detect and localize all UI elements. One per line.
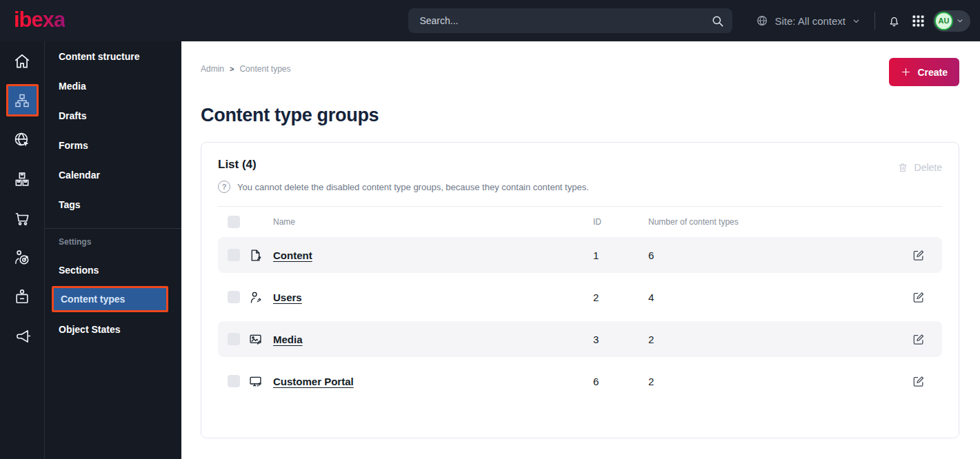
group-link[interactable]: Content	[273, 249, 312, 261]
sidebar-item-label: Calendar	[59, 170, 100, 181]
table-row: Users 2 4	[218, 279, 942, 315]
site-context-selector[interactable]: Site: All context	[756, 14, 861, 27]
group-count: 4	[648, 292, 905, 303]
sidebar-menu: Content structure Media Drafts Forms Cal…	[45, 41, 181, 459]
rail-item-site[interactable]	[0, 120, 45, 159]
table-row: Media 3 2	[218, 321, 942, 357]
search-input[interactable]	[419, 15, 711, 26]
group-count: 6	[648, 249, 905, 261]
create-button[interactable]: Create	[889, 58, 959, 86]
search-icon[interactable]	[711, 14, 724, 28]
icon-rail	[0, 41, 45, 459]
group-id: 1	[593, 249, 641, 261]
sidebar-item-label: Tags	[59, 199, 81, 210]
table-row: Customer Portal 6 2	[218, 363, 942, 399]
row-checkbox[interactable]	[228, 375, 240, 387]
rail-item-products[interactable]	[0, 159, 45, 198]
chevron-down-icon	[956, 17, 964, 25]
breadcrumb-admin[interactable]: Admin	[201, 64, 224, 74]
row-checkbox[interactable]	[228, 291, 240, 303]
rail-item-corporate[interactable]	[0, 277, 45, 316]
sidebar-item-label: Sections	[59, 265, 99, 276]
info-text: You cannot delete the disabled content t…	[237, 182, 589, 192]
content-structure-icon	[14, 92, 30, 109]
column-header-count: Number of content types	[648, 217, 905, 227]
trash-icon	[897, 162, 908, 173]
question-circle-icon: ?	[218, 181, 230, 193]
rail-item-commerce[interactable]	[0, 198, 45, 238]
sidebar-item-drafts[interactable]: Drafts	[45, 101, 181, 130]
edit-icon[interactable]	[912, 332, 932, 346]
commerce-cart-icon	[13, 210, 31, 227]
topbar-divider	[874, 12, 875, 30]
rail-item-campaigns[interactable]	[0, 316, 45, 356]
globe-icon	[756, 14, 768, 27]
group-link[interactable]: Users	[273, 292, 302, 303]
personalization-target-icon	[13, 249, 31, 267]
plus-icon	[901, 67, 911, 77]
breadcrumb-content-types: Content types	[239, 64, 290, 74]
image-edit-icon	[248, 332, 266, 347]
sidebar-item-calendar[interactable]: Calendar	[45, 160, 181, 190]
group-count: 2	[648, 376, 905, 387]
site-context-label: Site: All context	[774, 15, 846, 27]
global-search[interactable]	[408, 8, 732, 33]
group-id: 2	[593, 292, 641, 303]
edit-icon[interactable]	[912, 248, 932, 262]
sidebar-item-label: Object States	[59, 324, 120, 335]
select-all-checkbox[interactable]	[228, 216, 240, 228]
sidebar-item-content-structure[interactable]: Content structure	[45, 41, 181, 71]
info-message: ? You cannot delete the disabled content…	[218, 181, 942, 193]
app-grid-icon[interactable]	[912, 15, 924, 27]
sidebar-item-tags[interactable]: Tags	[45, 190, 181, 219]
table-row: Content 1 6	[218, 237, 942, 273]
group-id: 6	[593, 376, 641, 387]
sidebar-item-label: Media	[59, 81, 86, 92]
sidebar-item-label: Forms	[59, 140, 88, 151]
sidebar-item-sections[interactable]: Sections	[45, 255, 181, 285]
group-count: 2	[648, 334, 905, 345]
user-edit-icon	[248, 290, 266, 305]
site-globe-icon	[13, 131, 31, 149]
product-boxes-icon	[13, 170, 31, 188]
sidebar-item-media[interactable]: Media	[45, 71, 181, 101]
create-button-label: Create	[917, 67, 948, 78]
bell-icon[interactable]	[888, 14, 901, 28]
sidebar-item-label: Drafts	[59, 110, 86, 121]
delete-button[interactable]: Delete	[897, 162, 942, 173]
monitor-edit-icon	[248, 374, 266, 389]
campaign-megaphone-icon	[13, 327, 31, 345]
breadcrumb-separator: >	[230, 65, 234, 73]
delete-button-label: Delete	[914, 162, 942, 173]
group-link[interactable]: Media	[273, 334, 303, 345]
main-content: Admin > Content types Create Content typ…	[181, 41, 980, 459]
user-menu[interactable]: AU	[933, 10, 970, 32]
sidebar-item-label: Content structure	[59, 51, 139, 62]
rail-item-dashboard[interactable]	[0, 41, 45, 81]
rail-item-content[interactable]	[6, 84, 39, 116]
list-title: List (4)	[218, 158, 257, 172]
column-header-id: ID	[593, 217, 641, 227]
row-checkbox[interactable]	[228, 333, 240, 345]
sidebar-settings-header: Settings	[45, 229, 181, 255]
sidebar-item-object-states[interactable]: Object States	[45, 314, 181, 344]
avatar: AU	[934, 12, 953, 30]
corporate-badge-icon	[13, 288, 31, 306]
table-header-row: Name ID Number of content types	[218, 207, 942, 237]
ibexa-logo: ibexa	[14, 9, 65, 33]
edit-icon[interactable]	[912, 374, 932, 388]
home-icon	[13, 52, 31, 70]
column-header-name: Name	[273, 217, 586, 227]
group-link[interactable]: Customer Portal	[273, 376, 354, 387]
sidebar-item-label: Content types	[61, 294, 125, 305]
rail-item-personalization[interactable]	[0, 238, 45, 277]
top-bar: ibexa Site: All context AU	[0, 0, 980, 41]
list-card: List (4) Delete ? You cannot delete the …	[201, 142, 959, 438]
page-title: Content type groups	[201, 105, 980, 126]
file-edit-icon	[248, 248, 266, 263]
sidebar-item-forms[interactable]: Forms	[45, 130, 181, 160]
edit-icon[interactable]	[912, 290, 932, 304]
sidebar-item-content-types[interactable]: Content types	[52, 286, 168, 312]
row-checkbox[interactable]	[228, 249, 240, 261]
group-id: 3	[593, 334, 641, 345]
